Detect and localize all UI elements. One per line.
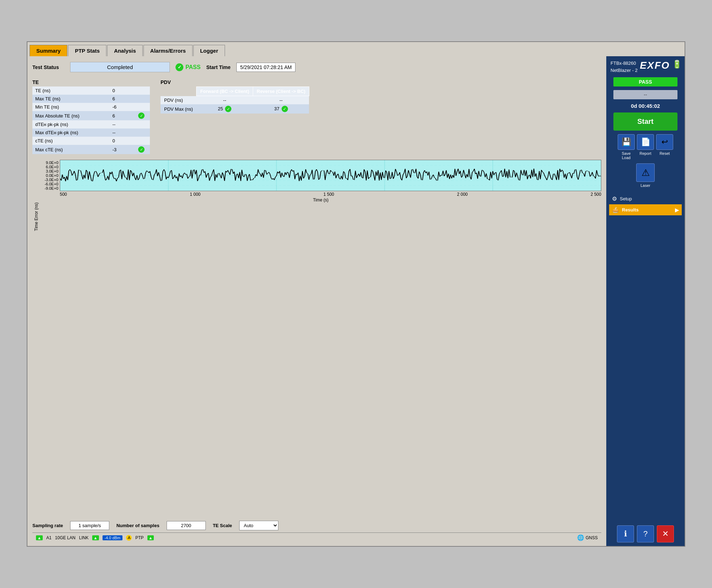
chart-area bbox=[60, 160, 601, 191]
pdv-section-title: PDV bbox=[161, 79, 309, 85]
y-tick-label: -3.0E+0 bbox=[40, 178, 58, 182]
pass-text: PASS bbox=[185, 64, 200, 70]
y-tick-label: 3.0E+0 bbox=[40, 169, 58, 173]
x-tick-label: 1 000 bbox=[190, 192, 200, 197]
pdv-header-reverse: Reverse (Client -> BC) bbox=[253, 87, 309, 96]
y-tick-label: 0.0E+0 bbox=[40, 173, 58, 178]
num-samples-input[interactable]: 2700 bbox=[167, 521, 206, 530]
sampling-rate-input[interactable]: 1 sample/s bbox=[70, 521, 109, 530]
te-table-row: Max cTE (ns)-3✓ bbox=[32, 145, 150, 154]
left-panel: Test Status Completed ✓ PASS Start Time … bbox=[27, 56, 606, 546]
check-circle-icon: ✓ bbox=[282, 106, 288, 112]
status-bar: ▲ A1 10GE LAN LINK ▲ -4.0 dBm ⚠ PTP ▲ 🌐 … bbox=[32, 532, 601, 542]
gnss-badge: 🌐 GNSS bbox=[577, 534, 598, 541]
status-completed-value: Completed bbox=[70, 62, 170, 72]
results-row[interactable]: 🥧 Results ▶ bbox=[609, 204, 682, 215]
te-table-row: Min TE (ns)-6 bbox=[32, 103, 150, 111]
te-table-row: cTE (ns)0 bbox=[32, 137, 150, 145]
te-table-wrapper: TE TE (ns)0Max TE (ns)6Min TE (ns)-6Max … bbox=[32, 79, 150, 154]
x-tick-label: 2 000 bbox=[457, 192, 468, 197]
warning-icon: ⚠ bbox=[126, 535, 132, 541]
pass-check-icon: ✓ bbox=[176, 63, 183, 71]
x-tick-label: 500 bbox=[60, 192, 67, 197]
results-pie-icon: 🥧 bbox=[612, 206, 619, 213]
save-load-btn[interactable]: 💾 SaveLoad bbox=[618, 134, 635, 160]
check-circle-icon: ✓ bbox=[225, 106, 231, 112]
pdv-row-label: PDV (ns) bbox=[161, 96, 197, 105]
report-btn[interactable]: 📄 Report bbox=[637, 134, 654, 160]
tab-bar: Summary PTP Stats Analysis Alarms/Errors… bbox=[27, 42, 685, 56]
power-value: -4.0 dBm bbox=[103, 535, 123, 540]
pdv-table-row: PDV Max (ns)25✓37✓ bbox=[161, 104, 309, 114]
y-tick-label: -9.0E+0 bbox=[40, 186, 58, 190]
tab-logger[interactable]: Logger bbox=[193, 45, 225, 56]
pdv-header-forward: Forward (BC -> Client) bbox=[197, 87, 253, 96]
timer-display: 0d 00:45:02 bbox=[631, 103, 660, 109]
te-row-check: ✓ bbox=[135, 145, 150, 154]
te-scale-select[interactable]: Auto Manual bbox=[239, 521, 278, 530]
tab-ptp-stats[interactable]: PTP Stats bbox=[68, 45, 106, 56]
te-row-value: -- bbox=[110, 128, 135, 137]
close-btn[interactable]: ✕ bbox=[657, 525, 674, 542]
te-row-label: Max Absolute TE (ns) bbox=[32, 111, 110, 120]
reset-label: Reset bbox=[660, 151, 670, 156]
tab-summary[interactable]: Summary bbox=[30, 45, 67, 56]
setup-row[interactable]: ⚙ Setup bbox=[609, 193, 682, 204]
start-button[interactable]: Start bbox=[613, 112, 677, 131]
te-row-label: dTEн pk-pk (ns) bbox=[32, 120, 110, 128]
te-row-value: 6 bbox=[110, 95, 135, 103]
te-row-label: Min TE (ns) bbox=[32, 103, 110, 111]
te-table: TE (ns)0Max TE (ns)6Min TE (ns)-6Max Abs… bbox=[32, 86, 150, 154]
right-panel: FTBx-88260 NetBlazer - 2 EXFO 🔋 PASS -- … bbox=[606, 56, 685, 546]
tab-analysis[interactable]: Analysis bbox=[107, 45, 143, 56]
ptp-label: PTP bbox=[135, 535, 143, 540]
save-load-label: SaveLoad bbox=[622, 151, 630, 160]
te-row-value: 0 bbox=[110, 137, 135, 145]
laser-btn[interactable]: ⚠ Laser bbox=[636, 163, 655, 188]
port-label: A1 bbox=[46, 535, 52, 540]
report-icon: 📄 bbox=[637, 134, 654, 150]
help-btn[interactable]: ? bbox=[637, 525, 654, 542]
results-label: Results bbox=[622, 207, 639, 212]
right-dash-box: -- bbox=[613, 90, 677, 99]
ptp-up-icon: ▲ bbox=[147, 535, 154, 540]
pdv-wrapper: PDV Forward (BC -> Client) Reverse (Clie… bbox=[161, 79, 309, 154]
link-label: LINK bbox=[79, 535, 89, 540]
port-type: 10GE LAN bbox=[55, 535, 75, 540]
reset-btn[interactable]: ↩ Reset bbox=[656, 134, 673, 160]
device-row: FTBx-88260 NetBlazer - 2 EXFO 🔋 bbox=[609, 60, 682, 74]
setup-label: Setup bbox=[620, 196, 632, 201]
te-pdv-section: TE TE (ns)0Max TE (ns)6Min TE (ns)-6Max … bbox=[32, 79, 601, 154]
pdv-table: Forward (BC -> Client) Reverse (Client -… bbox=[161, 86, 309, 114]
check-circle-icon: ✓ bbox=[138, 112, 145, 119]
laser-icon: ⚠ bbox=[636, 163, 655, 182]
laser-label: Laser bbox=[640, 183, 650, 188]
te-row-label: Max cTE (ns) bbox=[32, 145, 110, 154]
pdv-row-label: PDV Max (ns) bbox=[161, 104, 197, 114]
action-buttons: 💾 SaveLoad 📄 Report ↩ Reset bbox=[609, 134, 682, 160]
y-tick-label: 9.0E+0 bbox=[40, 161, 58, 165]
main-area: Test Status Completed ✓ PASS Start Time … bbox=[27, 56, 685, 546]
pdv-val1: 25✓ bbox=[197, 104, 253, 114]
te-row-check bbox=[135, 86, 150, 95]
tab-alarms-errors[interactable]: Alarms/Errors bbox=[143, 45, 193, 56]
gnss-icon: 🌐 bbox=[577, 534, 584, 541]
start-time-label: Start Time bbox=[206, 64, 230, 70]
te-table-row: Max Absolute TE (ns)6✓ bbox=[32, 111, 150, 120]
num-samples-label: Number of samples bbox=[116, 523, 159, 528]
te-row-check bbox=[135, 103, 150, 111]
te-row-label: Max dTEн pk-pk (ns) bbox=[32, 128, 110, 137]
port-icon: ▲ bbox=[36, 535, 43, 540]
te-row-label: cTE (ns) bbox=[32, 137, 110, 145]
te-section-title: TE bbox=[32, 79, 150, 85]
sampling-rate-label: Sampling rate bbox=[32, 523, 63, 528]
y-tick-label: -6.0E+0 bbox=[40, 182, 58, 186]
setup-gear-icon: ⚙ bbox=[612, 195, 617, 202]
bottom-icons: ℹ ? ✕ bbox=[617, 525, 674, 542]
battery-icon: 🔋 bbox=[672, 60, 682, 69]
chart-row: 9.0E+06.0E+03.0E+00.0E+0-3.0E+0-6.0E+0-9… bbox=[40, 160, 601, 191]
device-line2: NetBlazer - 2 bbox=[611, 67, 638, 74]
te-row-value: -- bbox=[110, 120, 135, 128]
device-line1: FTBx-88260 bbox=[611, 60, 638, 67]
info-btn[interactable]: ℹ bbox=[617, 525, 634, 542]
